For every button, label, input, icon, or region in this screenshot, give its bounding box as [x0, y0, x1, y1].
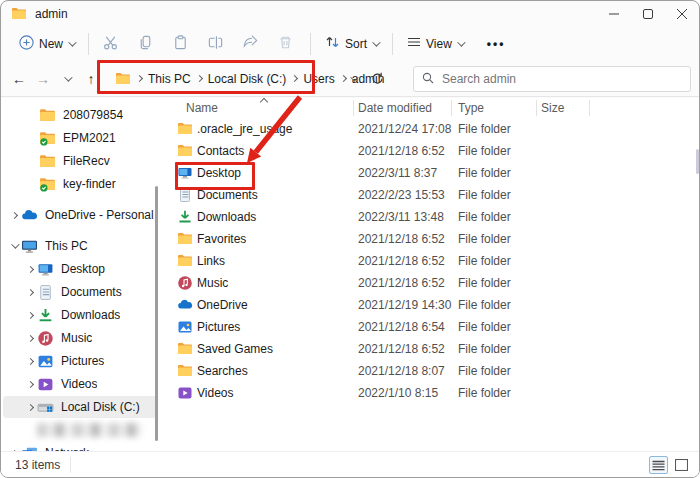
- folder-icon: [11, 6, 27, 22]
- folder-check-icon: [39, 130, 56, 147]
- maximize-button[interactable]: [631, 1, 665, 26]
- chevron-down-icon: [68, 38, 76, 46]
- sidebar-item-208079854[interactable]: 208079854: [3, 104, 157, 126]
- file-name[interactable]: Saved Games: [197, 342, 273, 356]
- file-name[interactable]: Favorites: [197, 232, 246, 246]
- file-row-music[interactable]: Music2021/12/18 6:52File folder: [161, 272, 700, 294]
- file-name[interactable]: Documents: [197, 188, 258, 202]
- delete-button[interactable]: [272, 31, 298, 57]
- sidebar-item-filerecv[interactable]: FileRecv: [3, 150, 157, 172]
- sidebar-item-label: key-finder: [63, 177, 116, 191]
- file-name[interactable]: Videos: [197, 386, 233, 400]
- chevron-right-icon[interactable]: [23, 290, 37, 295]
- file-pane-scrollbar[interactable]: [696, 149, 699, 174]
- forward-button[interactable]: →: [31, 67, 55, 91]
- column-separator[interactable]: [451, 100, 452, 116]
- sidebar-item-downloads[interactable]: Downloads: [3, 304, 157, 326]
- sidebar-item-music[interactable]: Music: [3, 327, 157, 349]
- sidebar-scrollbar[interactable]: [155, 186, 158, 441]
- view-button[interactable]: View: [399, 32, 471, 55]
- column-header-size[interactable]: Size: [541, 101, 564, 115]
- column-header-name[interactable]: Name: [186, 101, 218, 115]
- cut-button[interactable]: [97, 31, 123, 57]
- toolbar-divider: [392, 33, 393, 55]
- sidebar-item-label: 208079854: [63, 108, 123, 122]
- refresh-button[interactable]: [365, 67, 389, 91]
- copy-button[interactable]: [132, 31, 158, 57]
- chevron-right-icon[interactable]: [23, 313, 37, 318]
- column-separator[interactable]: [353, 100, 354, 116]
- file-date-modified: 2021/12/18 6:54: [358, 320, 445, 334]
- file-name[interactable]: Downloads: [197, 210, 256, 224]
- sidebar-item-redacted[interactable]: [3, 419, 157, 441]
- sidebar-item-network[interactable]: Network: [3, 442, 157, 451]
- new-button[interactable]: New: [11, 31, 82, 57]
- file-name[interactable]: OneDrive: [197, 298, 248, 312]
- file-type: File folder: [458, 276, 511, 290]
- sidebar-item-label: Videos: [61, 377, 97, 391]
- file-row-favorites[interactable]: Favorites2021/12/18 6:52File folder: [161, 228, 700, 250]
- more-options-button[interactable]: •••: [479, 33, 514, 55]
- column-header-date-modified[interactable]: Date modified: [358, 101, 432, 115]
- sidebar-item-videos[interactable]: Videos: [3, 373, 157, 395]
- file-row-videos[interactable]: Videos2022/1/10 8:15File folder: [161, 382, 700, 404]
- recent-locations-button[interactable]: [55, 67, 79, 91]
- chevron-right-icon[interactable]: [23, 405, 37, 410]
- paste-button[interactable]: [167, 31, 193, 57]
- file-name[interactable]: Music: [197, 276, 228, 290]
- column-separator[interactable]: [589, 100, 590, 116]
- file-type: File folder: [458, 320, 511, 334]
- cloud-icon: [177, 297, 193, 313]
- file-row-saved-games[interactable]: Saved Games2021/12/18 6:52File folder: [161, 338, 700, 360]
- sort-button[interactable]: Sort: [317, 31, 386, 56]
- desktop-icon: [37, 261, 54, 278]
- chevron-right-icon[interactable]: [23, 336, 37, 341]
- file-name[interactable]: .oracle_jre_usage: [197, 122, 292, 136]
- share-button[interactable]: [237, 31, 263, 57]
- sidebar-item-local-disk-c-[interactable]: Local Disk (C:): [3, 396, 157, 418]
- file-name[interactable]: Pictures: [197, 320, 240, 334]
- file-row-contacts[interactable]: Contacts2021/12/18 6:52File folder: [161, 140, 700, 162]
- chevron-right-icon[interactable]: [7, 213, 21, 218]
- file-row--oracle-jre-usage[interactable]: .oracle_jre_usage2021/12/24 17:08File fo…: [161, 118, 700, 140]
- chevron-right-icon[interactable]: [23, 382, 37, 387]
- toolbar: New Sort View •••: [1, 26, 699, 61]
- file-name[interactable]: Links: [197, 254, 225, 268]
- disk-icon: [37, 399, 54, 416]
- sidebar-item-this-pc[interactable]: This PC: [3, 235, 157, 257]
- sidebar-item-desktop[interactable]: Desktop: [3, 258, 157, 280]
- large-icons-view-button[interactable]: [672, 456, 691, 474]
- file-name[interactable]: Contacts: [197, 144, 244, 158]
- chevron-right-icon[interactable]: [23, 267, 37, 272]
- new-icon: [19, 35, 34, 53]
- column-header-type[interactable]: Type: [458, 101, 484, 115]
- file-row-onedrive[interactable]: OneDrive2021/12/19 14:30File folder: [161, 294, 700, 316]
- close-button[interactable]: [665, 1, 699, 26]
- file-date-modified: 2022/3/11 8:37: [358, 166, 437, 180]
- file-date-modified: 2021/12/18 6:52: [358, 144, 445, 158]
- sidebar-item-epm2021[interactable]: EPM2021: [3, 127, 157, 149]
- file-row-downloads[interactable]: Downloads2022/3/11 13:48File folder: [161, 206, 700, 228]
- search-input[interactable]: Search admin: [413, 66, 691, 92]
- sidebar-item-pictures[interactable]: Pictures: [3, 350, 157, 372]
- file-row-pictures[interactable]: Pictures2021/12/18 6:54File folder: [161, 316, 700, 338]
- column-separator[interactable]: [536, 100, 537, 116]
- rename-icon: [207, 34, 224, 54]
- content-area: 208079854EPM2021FileRecvkey-finderOneDri…: [1, 98, 700, 451]
- file-row-links[interactable]: Links2021/12/18 6:52File folder: [161, 250, 700, 272]
- file-type: File folder: [458, 188, 511, 202]
- file-type: File folder: [458, 342, 511, 356]
- details-view-button[interactable]: [649, 456, 668, 474]
- file-name[interactable]: Searches: [197, 364, 248, 378]
- file-explorer-window: admin New Sort View ••• ← →: [0, 0, 700, 478]
- file-row-searches[interactable]: Searches2021/12/18 8:07File folder: [161, 360, 700, 382]
- chevron-right-icon[interactable]: [23, 359, 37, 364]
- back-button[interactable]: ←: [7, 67, 31, 91]
- chevron-down-icon[interactable]: [7, 243, 21, 249]
- annotation-box-address-bar: [97, 60, 315, 94]
- rename-button[interactable]: [202, 31, 228, 57]
- sidebar-item-documents[interactable]: Documents: [3, 281, 157, 303]
- sidebar-item-onedrive-personal[interactable]: OneDrive - Personal: [3, 204, 157, 226]
- sidebar-item-key-finder[interactable]: key-finder: [3, 173, 157, 195]
- minimize-button[interactable]: [597, 1, 631, 26]
